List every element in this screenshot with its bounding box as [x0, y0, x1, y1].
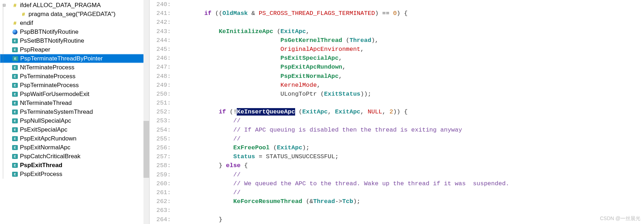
tree-item-pspbbtnotifyroutine[interactable]: PspBBTNotifyRoutine: [0, 27, 149, 36]
code-line[interactable]: [175, 206, 644, 215]
code-token: if: [204, 10, 211, 17]
tree-item-label: PspExitNormalApc: [20, 144, 70, 151]
code-token: [175, 189, 233, 196]
line-number: 255:: [150, 134, 171, 143]
code-content[interactable]: if ((OldMask & PS_CROSS_THREAD_FLAGS_TER…: [175, 0, 644, 224]
code-line[interactable]: PsExitSpecialApc,: [175, 54, 644, 63]
code-line[interactable]: if (!KeInsertQueueApc (ExitApc, ExitApc,…: [175, 107, 644, 116]
code-line[interactable]: OriginalApcEnvironment,: [175, 45, 644, 54]
tree-item-pssetbbtnotifyroutine[interactable]: EPsSetBBTNotifyRoutine: [0, 36, 149, 45]
code-line[interactable]: [175, 0, 644, 9]
code-token: ExFreePool: [233, 144, 269, 151]
code-token: = STATUS_UNSUCCESSFUL;: [255, 153, 339, 160]
code-line[interactable]: Status = STATUS_UNSUCCESSFUL;: [175, 152, 644, 161]
code-line[interactable]: KeInitializeApc (ExitApc,: [175, 27, 644, 36]
tree-item-label: NtTerminateProcess: [20, 64, 74, 71]
code-line[interactable]: //: [175, 170, 644, 179]
tree-item-pspwaitforusermodeexit[interactable]: EPspWaitForUsermodeExit: [0, 90, 149, 98]
code-token: // If APC queuing is disabled then the t…: [233, 127, 462, 133]
code-token: OriginalApcEnvironment: [281, 46, 360, 53]
code-token: // We queued the APC to the thread. Wake…: [233, 180, 509, 187]
code-line[interactable]: // If APC queuing is disabled then the t…: [175, 126, 644, 134]
code-line[interactable]: //: [175, 134, 644, 143]
tree-item-pspexitthread[interactable]: EPspExitThread: [0, 161, 149, 170]
code-token: );: [302, 144, 309, 151]
code-token: [175, 127, 233, 133]
tree-item-pspterminateprocess[interactable]: EPspTerminateProcess: [0, 81, 149, 90]
line-number: 259:: [150, 170, 171, 179]
code-token: ExitApc: [302, 108, 328, 115]
code-line[interactable]: //: [175, 116, 644, 125]
tree-item-psexitspecialapc[interactable]: EPsExitSpecialApc: [0, 125, 149, 134]
tree-item-ifdef-alloc-data-pragma[interactable]: ⊟#ifdef ALLOC_DATA_PRAGMA: [0, 1, 149, 10]
code-token: Tcb: [342, 198, 353, 205]
code-token: );: [353, 198, 360, 205]
code-line[interactable]: ExFreePool (ExitApc);: [175, 143, 644, 152]
code-line[interactable]: PspExitNormalApc,: [175, 72, 644, 81]
code-token: [175, 10, 204, 17]
code-token: (&: [302, 198, 313, 205]
tree-item-pragma-data-seg-pagedata-[interactable]: #pragma data_seg("PAGEDATA"): [0, 10, 149, 18]
code-token: [175, 144, 233, 151]
code-line[interactable]: KeForceResumeThread (&Thread->Tcb);: [175, 197, 644, 206]
code-line[interactable]: KernelMode,: [175, 81, 644, 90]
code-line[interactable]: }: [175, 215, 644, 224]
tree-item-label: ifdef ALLOC_DATA_PRAGMA: [20, 2, 101, 9]
code-line[interactable]: // We queued the APC to the thread. Wake…: [175, 179, 644, 188]
code-token: //: [233, 135, 240, 142]
code-token: ,: [339, 73, 342, 80]
tree-item-pspcatchcriticalbreak[interactable]: EPspCatchCriticalBreak: [0, 152, 149, 161]
code-editor[interactable]: 240:241:242:243:244:245:246:247:248:249:…: [150, 0, 644, 224]
tree-guide-line: [3, 5, 3, 178]
function-icon: E: [11, 126, 19, 133]
tree-item-pspreaper[interactable]: EPspReaper: [0, 45, 149, 54]
tree-item-ntterminatethread[interactable]: ENtTerminateThread: [0, 98, 149, 107]
tree-item-psterminatesystemthread[interactable]: EPsTerminateSystemThread: [0, 107, 149, 116]
tree-item-label: endif: [20, 20, 33, 27]
tree-item-pspterminatethreadbypointer[interactable]: EPspTerminateThreadByPointer: [0, 54, 149, 63]
tree-item-ntterminateprocess[interactable]: ENtTerminateProcess: [0, 63, 149, 72]
function-icon: E: [11, 100, 19, 107]
code-token: if: [219, 108, 226, 115]
code-line[interactable]: ULongToPtr (ExitStatus));: [175, 90, 644, 98]
code-token: ,: [382, 108, 389, 115]
line-number: 258:: [150, 161, 171, 170]
tree-item-pspexitprocess[interactable]: EPspExitProcess: [0, 170, 149, 178]
line-number: 262:: [150, 197, 171, 206]
code-line[interactable]: [175, 18, 644, 27]
line-number: 244:: [150, 36, 171, 45]
line-number: 245:: [150, 45, 171, 54]
line-number: 243:: [150, 27, 171, 36]
line-number: 257:: [150, 152, 171, 161]
code-token: {: [241, 162, 248, 169]
code-line[interactable]: PsGetKernelThread (Thread),: [175, 36, 644, 45]
tree-item-pspexitnormalapc[interactable]: EPspExitNormalApc: [0, 143, 149, 152]
line-number: 242:: [150, 18, 171, 27]
sidebar-scrollbar-track[interactable]: [143, 0, 149, 224]
code-token: 2: [389, 108, 393, 115]
tree-item-pspexitapcrundown[interactable]: EPspExitApcRundown: [0, 134, 149, 143]
code-token: }: [219, 216, 222, 223]
symbol-tree-sidebar[interactable]: ⊟#ifdef ALLOC_DATA_PRAGMA#pragma data_se…: [0, 0, 150, 224]
tree-item-endif[interactable]: #endif: [0, 18, 149, 27]
code-line[interactable]: [175, 98, 644, 107]
function-icon: E: [11, 117, 19, 124]
collapse-icon[interactable]: ⊟: [1, 3, 6, 7]
code-line[interactable]: PspExitApcRundown,: [175, 63, 644, 71]
sidebar-scrollbar-thumb[interactable]: [143, 121, 149, 178]
code-line[interactable]: if ((OldMask & PS_CROSS_THREAD_FLAGS_TER…: [175, 9, 644, 18]
code-token: [175, 216, 219, 223]
code-token: [175, 28, 219, 35]
code-token: ,: [306, 28, 309, 35]
function-icon: E: [11, 37, 19, 44]
line-number: 240:: [150, 0, 171, 9]
code-token: [175, 64, 281, 70]
code-line[interactable]: //: [175, 188, 644, 197]
line-number: 256:: [150, 143, 171, 152]
tree-item-pspnullspecialapc[interactable]: EPspNullSpecialApc: [0, 116, 149, 125]
code-token: OldMask: [222, 10, 248, 17]
tree-item-psterminateprocess[interactable]: EPsTerminateProcess: [0, 72, 149, 81]
code-token: (: [342, 37, 349, 44]
line-number: 261:: [150, 188, 171, 197]
code-line[interactable]: } else {: [175, 161, 644, 170]
